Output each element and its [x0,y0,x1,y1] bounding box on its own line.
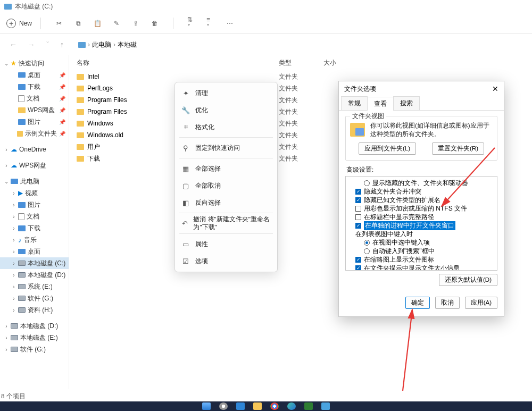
app-icon[interactable] [321,402,330,410]
radio-icon[interactable] [364,180,370,186]
nav-item[interactable]: 资料 (H:) [0,304,69,316]
tree-node[interactable]: 在标题栏中显示完整路径 [348,213,494,221]
nav-item[interactable]: 软件 (G:) [0,343,69,355]
more-icon[interactable]: ⋯ [226,19,234,28]
share-icon[interactable]: ⇪ [131,19,140,28]
delete-icon[interactable]: 🗑 [151,19,159,28]
radio-icon[interactable] [364,240,370,246]
chevron-icon[interactable] [12,237,16,243]
chevron-icon[interactable] [4,61,9,66]
cancel-button[interactable]: 取消 [435,297,460,309]
edge-icon[interactable] [287,402,296,410]
tree-node[interactable]: ✓在缩略图上显示文件图标 [348,255,494,264]
nav-item[interactable]: 文档📌 [0,93,69,104]
up-button[interactable]: ↑ [57,38,67,51]
nav-item[interactable]: 文档 [0,211,69,222]
tree-node[interactable]: 用彩色显示加密或压缩的 NTFS 文件 [348,204,494,213]
checkbox-icon[interactable]: ✓ [355,189,361,195]
sort-icon[interactable]: ⇅ ˅ [187,19,196,28]
forward-button[interactable]: → [24,38,38,51]
menu-format[interactable]: ⌗格式化 [175,119,277,136]
tree-node[interactable]: 显示隐藏的文件、文件夹和驱动器 [348,179,494,187]
checkbox-icon[interactable]: ✓ [355,257,361,263]
ok-button[interactable]: 确定 [405,297,430,309]
checkbox-icon[interactable]: ✓ [355,197,361,203]
tab-search[interactable]: 搜索 [393,96,420,110]
chevron-icon[interactable] [4,323,9,329]
chevron-icon[interactable] [12,296,16,301]
nav-item[interactable]: ★快速访问 [0,57,69,69]
chevron-icon[interactable] [12,284,16,290]
checkbox-icon[interactable] [355,214,361,220]
menu-options[interactable]: ☑选项 [175,253,277,270]
copy-icon[interactable]: ⧉ [74,19,82,28]
nav-item[interactable]: 图片📌 [0,116,69,128]
menu-select-none[interactable]: ▢全部取消 [175,177,277,194]
chevron-icon[interactable] [12,249,16,255]
menu-optimize[interactable]: 🔧优化 [175,102,277,119]
chevron-icon[interactable] [12,307,16,313]
chevron-icon[interactable] [4,179,9,184]
checkbox-icon[interactable] [355,206,361,212]
advanced-settings-tree[interactable]: 显示隐藏的文件、文件夹和驱动器✓隐藏文件夹合并冲突✓隐藏已知文件类型的扩展名用彩… [345,176,497,271]
tree-node[interactable]: ✓在文件夹提示中显示文件大小信息 [348,264,494,271]
paste-icon[interactable]: 📋 [93,19,102,28]
nav-item[interactable]: ☁OneDrive [0,144,69,155]
reset-folders-button[interactable]: 重置文件夹(R) [432,142,484,155]
taskbar[interactable] [0,401,532,411]
taskview-icon[interactable] [236,402,245,410]
chevron-icon[interactable] [12,214,16,220]
new-button[interactable]: + New [6,19,32,28]
chevron-icon[interactable] [12,190,16,196]
nav-item[interactable]: 本地磁盘 (C:) [0,257,69,269]
menu-properties[interactable]: ▭属性 [175,236,277,253]
nav-item[interactable]: 软件 (G:) [0,292,69,304]
checkbox-icon[interactable]: ✓ [355,265,361,271]
rename-icon[interactable]: ✎ [112,19,121,28]
nav-item[interactable]: 本地磁盘 (D:) [0,269,69,281]
chrome-icon[interactable] [270,402,279,410]
back-button[interactable]: ← [6,38,20,51]
nav-item[interactable]: 系统 (E:) [0,281,69,292]
nav-item[interactable]: ☁WPS网盘 [0,160,69,171]
menu-pin[interactable]: ⚲固定到快速访问 [175,139,277,156]
nav-item[interactable]: 图片 [0,199,69,211]
apply-button[interactable]: 应用(A) [465,297,497,309]
chevron-icon[interactable] [12,202,16,208]
checkbox-icon[interactable]: ✓ [355,223,361,229]
chevron-icon[interactable] [4,147,9,153]
tree-node[interactable]: ✓隐藏已知文件类型的扩展名 [348,196,494,204]
search-icon[interactable] [219,402,228,410]
chevron-icon[interactable] [12,225,16,231]
apply-to-folders-button[interactable]: 应用到文件夹(L) [359,142,416,155]
start-icon[interactable] [202,402,211,410]
column-headers[interactable]: 名称 类型 大小 [69,55,532,71]
cut-icon[interactable]: ✂ [55,19,63,28]
nav-item[interactable]: 下载📌 [0,81,69,93]
explorer-icon[interactable] [253,402,262,410]
restore-defaults-button[interactable]: 还原为默认值(D) [439,274,497,286]
nav-item[interactable]: ▶视频 [0,187,69,199]
tree-node[interactable]: ✓隐藏文件夹合并冲突 [348,187,494,196]
close-icon[interactable]: ✕ [492,85,498,93]
nav-item[interactable]: WPS网盘📌 [0,104,69,116]
nav-item[interactable]: 本地磁盘 (E:) [0,332,69,343]
tree-node[interactable]: 在视图中选中键入项 [348,238,494,247]
nav-item[interactable]: 桌面 [0,246,69,257]
tree-node[interactable]: ✓在单独的进程中打开文件夹窗口 [348,221,494,230]
nav-item[interactable]: ♪音乐 [0,234,69,246]
tab-view[interactable]: 查看 [367,97,394,111]
menu-undo[interactable]: ↶撤消 将"新建文件夹"重命名为"下载" [175,215,277,232]
nav-item[interactable]: 此电脑 [0,175,69,187]
menu-select-all[interactable]: ▦全部选择 [175,160,277,177]
tree-node[interactable]: 在列表视图中键入时 [348,230,494,238]
nav-item[interactable]: 桌面📌 [0,69,69,81]
chevron-icon[interactable] [4,335,9,341]
chevron-icon[interactable] [12,272,16,278]
tree-node[interactable]: 自动键入到"搜索"框中 [348,247,494,255]
store-icon[interactable] [304,402,313,410]
recent-button[interactable]: ˅ [43,38,53,51]
menu-select-invert[interactable]: ◧反向选择 [175,194,277,211]
tab-general[interactable]: 常规 [341,96,368,110]
breadcrumb[interactable]: › 此电脑 › 本地磁 [76,39,139,51]
